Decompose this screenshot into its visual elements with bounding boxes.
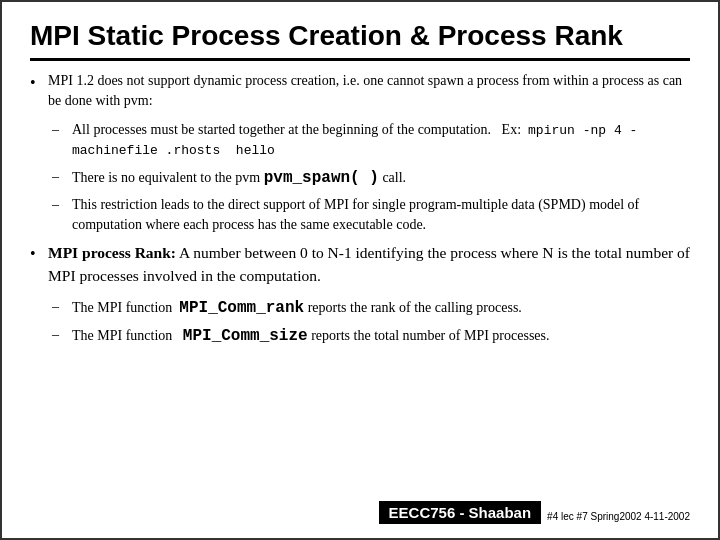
sub-text-2-2-before: The MPI function	[72, 328, 183, 343]
footer-label-box: EECC756 - Shaaban	[379, 501, 542, 524]
slide-content: • MPI 1.2 does not support dynamic proce…	[30, 71, 690, 495]
sub-text-2-2-after: reports the total number of MPI processe…	[308, 328, 550, 343]
sub-text-1-3: This restriction leads to the direct sup…	[72, 195, 690, 234]
code-pvm-spawn: pvm_spawn( )	[264, 169, 379, 187]
rank-label: MPI process Rank:	[48, 244, 176, 261]
sub-bullet-1-2: – There is no equivalent to the pvm pvm_…	[52, 167, 690, 189]
sub-dash-2-2: –	[52, 325, 72, 345]
bullet-dot-2: •	[30, 243, 48, 265]
sub-text-2-1-before: The MPI function	[72, 300, 179, 315]
code-comm-size: MPI_Comm_size	[183, 327, 308, 345]
sub-bullet-2-2: – The MPI function MPI_Comm_size reports…	[52, 325, 690, 347]
code-mpirun: mpirun -np 4 -machinefile .rhosts hello	[72, 123, 637, 158]
bullet-2: • MPI process Rank: A number between 0 t…	[30, 242, 690, 287]
sub-text-1-2: There is no equivalent to the pvm pvm_sp…	[72, 167, 690, 189]
footer-info: #4 lec #7 Spring2002 4-11-2002	[547, 511, 690, 524]
sub-bullet-1-3: – This restriction leads to the direct s…	[52, 195, 690, 234]
sub-bullets-1: – All processes must be started together…	[52, 120, 690, 234]
slide-footer: EECC756 - Shaaban #4 lec #7 Spring2002 4…	[30, 501, 690, 524]
sub-dash-2-1: –	[52, 297, 72, 317]
slide: MPI Static Process Creation & Process Ra…	[0, 0, 720, 540]
sub-bullet-2-1: – The MPI function MPI_Comm_rank reports…	[52, 297, 690, 319]
sub-bullets-2: – The MPI function MPI_Comm_rank reports…	[52, 297, 690, 348]
sub-dash-1-2: –	[52, 167, 72, 187]
sub-dash-1-1: –	[52, 120, 72, 140]
slide-title: MPI Static Process Creation & Process Ra…	[30, 20, 690, 61]
sub-text-2-1: The MPI function MPI_Comm_rank reports t…	[72, 297, 690, 319]
sub-dash-1-3: –	[52, 195, 72, 215]
bullet-1: • MPI 1.2 does not support dynamic proce…	[30, 71, 690, 110]
sub-bullet-1-1: – All processes must be started together…	[52, 120, 690, 160]
bullet-2-text: MPI process Rank: A number between 0 to …	[48, 242, 690, 287]
sub-text-2-2: The MPI function MPI_Comm_size reports t…	[72, 325, 690, 347]
sub-text-1-1: All processes must be started together a…	[72, 120, 690, 160]
sub-text-2-1-after: reports the rank of the calling process.	[304, 300, 522, 315]
sub-text-1-1-content: All processes must be started together a…	[72, 122, 637, 157]
sub-text-1-2-after: call.	[379, 170, 406, 185]
bullet-dot-1: •	[30, 72, 48, 94]
sub-text-1-2-before: There is no equivalent to the pvm	[72, 170, 264, 185]
code-comm-rank: MPI_Comm_rank	[179, 299, 304, 317]
bullet-1-text: MPI 1.2 does not support dynamic process…	[48, 71, 690, 110]
